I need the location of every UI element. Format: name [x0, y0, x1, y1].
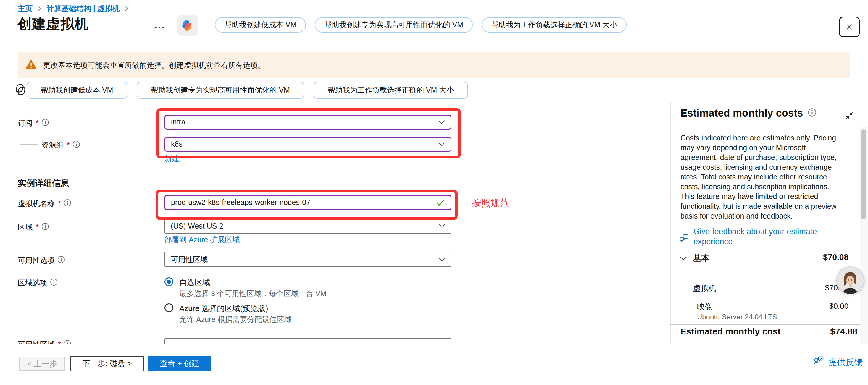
- create-new-resource-group-link[interactable]: 新建: [164, 154, 179, 163]
- info-icon[interactable]: [41, 223, 49, 232]
- availability-zone-row-clipped: 可用性区域* 区域 1: [0, 338, 671, 344]
- radio-self-selected-zones[interactable]: [164, 277, 173, 286]
- prompt-low-cost-vm-button[interactable]: 帮助我创建低成本 VM: [215, 17, 306, 33]
- availability-options-label: 可用性选项: [18, 255, 65, 265]
- avatar[interactable]: [836, 266, 864, 294]
- vm-name-annotation: 按照规范: [472, 197, 509, 210]
- chevron-down-icon: [438, 142, 445, 148]
- prompt-low-cost-vm-button[interactable]: 帮助我创建低成本 VM: [27, 82, 127, 99]
- info-icon[interactable]: [41, 119, 49, 128]
- panel-divider: [671, 102, 671, 344]
- tree-connector: [20, 130, 38, 145]
- warning-banner: 更改基本选项可能会重置所做的选择。创建虚拟机前查看所有选项。: [18, 52, 850, 78]
- cost-panel-header: Estimated monthly costs: [680, 107, 816, 119]
- more-menu-button[interactable]: [155, 24, 169, 31]
- next-step-disks-button[interactable]: 下一步: 磁盘 >: [70, 356, 144, 372]
- warning-message: 更改基本选项可能会重置所做的选择。创建虚拟机前查看所有选项。: [43, 60, 265, 70]
- cost-total-label: Estimated monthly cost: [680, 326, 780, 336]
- previous-step-button[interactable]: < 上一步: [19, 357, 65, 371]
- prompt-high-availability-button[interactable]: 帮助我创建专为实现高可用性而优化的 VM: [315, 17, 472, 33]
- subscription-label: 订阅*: [18, 118, 49, 128]
- close-icon: [845, 23, 854, 31]
- radio-azure-selected-zones[interactable]: [164, 303, 173, 312]
- radio-self-selected-zones-desc: 最多选择 3 个可用性区域，每个区域一台 VM: [179, 289, 326, 298]
- scrollbar-thumb[interactable]: [861, 129, 866, 219]
- zone-options-label: 区域选项: [18, 278, 58, 288]
- breadcrumb-section[interactable]: 计算基础结构 | 虚拟机: [47, 4, 120, 13]
- page-title: 创建虚拟机: [18, 15, 89, 33]
- chevron-down-icon: [438, 224, 445, 229]
- cost-row-value: $0.00: [769, 301, 848, 311]
- vm-name-label: 虚拟机名称*: [18, 199, 71, 208]
- feedback-link[interactable]: 提供反馈: [813, 356, 863, 369]
- info-icon[interactable]: [50, 278, 58, 288]
- create-vm-page: 主页 计算基础结构 | 虚拟机 创建虚拟机: [0, 0, 868, 385]
- vm-name-input[interactable]: prod-usw2-k8s-freeleaps-worker-nodes-07: [164, 195, 452, 210]
- edge-zone-link[interactable]: 部署到 Azure 扩展区域: [164, 235, 240, 245]
- availability-options-dropdown[interactable]: 可用性区域: [164, 252, 452, 267]
- cost-total-value: $74.88: [775, 326, 857, 336]
- chevron-down-icon[interactable]: [680, 256, 687, 262]
- cost-group-value: $70.08: [757, 253, 848, 262]
- chevron-down-icon: [438, 120, 445, 126]
- valid-check-icon: [436, 200, 444, 207]
- warning-icon: [26, 59, 37, 71]
- chevron-right-icon: [124, 5, 129, 12]
- copilot-icon[interactable]: [177, 15, 198, 36]
- radio-self-selected-zones-label[interactable]: 自选区域: [179, 277, 210, 288]
- review-create-button[interactable]: 查看 + 创建: [148, 356, 211, 372]
- chevron-down-icon: [438, 257, 445, 263]
- cost-group-label[interactable]: 基本: [693, 253, 709, 264]
- info-icon[interactable]: [57, 256, 65, 265]
- cost-panel-title: Estimated monthly costs: [680, 107, 803, 119]
- prompt-right-size-button[interactable]: 帮助我为工作负载选择正确的 VM 大小: [482, 17, 627, 33]
- info-icon[interactable]: [64, 340, 71, 344]
- availability-zone-dropdown[interactable]: 区域 1: [164, 338, 452, 344]
- copilot-prompt-row-top: 帮助我创建低成本 VM 帮助我创建专为实现高可用性而优化的 VM 帮助我为工作负…: [215, 17, 627, 33]
- person-feedback-icon: [813, 356, 824, 369]
- subscription-dropdown[interactable]: infra: [164, 115, 452, 130]
- info-icon[interactable]: [808, 108, 816, 118]
- cost-row-label: 虚拟机: [693, 283, 716, 294]
- info-icon[interactable]: [64, 199, 71, 208]
- radio-azure-selected-zones-desc: 允许 Azure 根据需要分配最佳区域: [179, 315, 291, 324]
- region-label: 区域*: [18, 222, 49, 232]
- prompt-right-size-button[interactable]: 帮助我为工作负载选择正确的 VM 大小: [314, 82, 468, 99]
- copilot-prompt-row-inline: 帮助我创建低成本 VM 帮助我创建专为实现高可用性而优化的 VM 帮助我为工作负…: [27, 82, 468, 99]
- instance-details-heading: 实例详细信息: [18, 178, 69, 189]
- resource-group-label: 资源组*: [41, 140, 80, 150]
- cost-panel-description: Costs indicated here are estimates only.…: [680, 133, 842, 221]
- info-icon[interactable]: [72, 140, 80, 150]
- chevron-right-icon: [37, 5, 42, 12]
- feedback-bubbles-icon: [679, 234, 689, 247]
- estimate-feedback-link[interactable]: Give feedback about your estimate experi…: [679, 226, 845, 247]
- availability-zone-label: 可用性区域*: [18, 340, 71, 344]
- cost-row-subtext: Ubuntu Server 24.04 LTS: [697, 313, 777, 321]
- breadcrumb-home[interactable]: 主页: [18, 4, 33, 13]
- cost-total-divider: [671, 324, 868, 325]
- region-dropdown[interactable]: (US) West US 2: [164, 218, 452, 234]
- cost-row-label: 映像: [697, 301, 712, 312]
- prompt-high-availability-button[interactable]: 帮助我创建专为实现高可用性而优化的 VM: [137, 82, 304, 99]
- collapse-panel-icon[interactable]: [845, 111, 854, 121]
- radio-azure-selected-zones-label[interactable]: Azure 选择的区域(预览版): [179, 303, 268, 314]
- breadcrumb: 主页 计算基础结构 | 虚拟机: [18, 4, 129, 13]
- resource-group-dropdown[interactable]: k8s: [164, 137, 452, 152]
- close-button[interactable]: [839, 17, 860, 37]
